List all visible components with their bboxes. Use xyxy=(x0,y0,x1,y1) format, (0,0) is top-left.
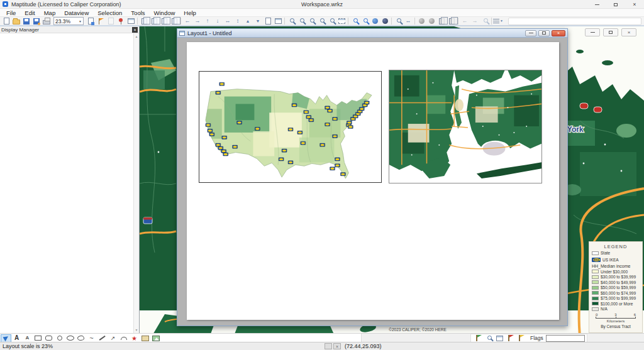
zoom-tool-1-icon[interactable] xyxy=(286,17,296,26)
send-to-back-icon[interactable]: ▼ xyxy=(253,17,263,26)
class-swatch xyxy=(592,270,599,273)
undo-icon[interactable]: ← xyxy=(460,17,470,26)
open-folder-icon[interactable] xyxy=(11,17,21,26)
legend-frame-tool-icon[interactable] xyxy=(140,334,150,342)
select-region-icon[interactable] xyxy=(416,17,426,26)
map-close-icon[interactable]: × xyxy=(621,28,636,36)
map-restore-icon[interactable] xyxy=(603,28,618,36)
zoom-marquee-icon[interactable] xyxy=(336,17,347,26)
menu-help[interactable]: Help xyxy=(179,9,201,16)
nyc-map-frame[interactable] xyxy=(389,70,542,183)
squiggle-tool-icon[interactable]: ~ xyxy=(86,334,97,342)
rounded-rectangle-tool-icon[interactable] xyxy=(43,334,54,342)
north-arrow-tool-icon[interactable]: ★ xyxy=(129,334,140,342)
scroll-up-icon[interactable]: ▲ xyxy=(135,33,138,40)
new-document-icon[interactable] xyxy=(1,17,11,26)
drawing-toolbar: A A ~ ↗ ★ Flags xyxy=(0,333,644,342)
grid-toggle-icon[interactable] xyxy=(325,343,332,349)
find-flag-icon[interactable] xyxy=(484,334,494,342)
layout-title-bar[interactable]: Layout1 - Untitled × xyxy=(177,29,567,38)
align-bottom-icon[interactable]: ↓ xyxy=(213,17,223,26)
circle-tool-icon[interactable] xyxy=(54,334,65,342)
layers-icon[interactable] xyxy=(169,17,179,26)
previous-extent-icon[interactable] xyxy=(380,17,390,26)
lock-icon[interactable] xyxy=(436,17,447,26)
panel-close-icon[interactable]: × xyxy=(132,27,138,33)
pointer-tool-icon[interactable] xyxy=(1,334,11,342)
insert-image-tool-icon[interactable] xyxy=(150,334,161,342)
menu-map[interactable]: Map xyxy=(40,9,60,16)
select-radius-icon[interactable] xyxy=(426,17,436,26)
class-label: N/A xyxy=(601,307,608,311)
zoom-tool-4-icon[interactable] xyxy=(316,17,326,26)
zoom-in-icon[interactable] xyxy=(350,17,360,26)
curve-tool-icon[interactable] xyxy=(118,334,129,342)
menu-file[interactable]: File xyxy=(2,9,20,16)
layout-window-title: Layout1 - Untitled xyxy=(187,30,523,36)
pan-icon[interactable] xyxy=(370,17,380,26)
zoom-tool-5-icon[interactable] xyxy=(326,17,336,26)
goto-flag-icon[interactable] xyxy=(494,334,505,342)
menu-tools[interactable]: Tools xyxy=(126,9,149,16)
arrow-tool-icon[interactable]: ↗ xyxy=(108,334,118,342)
distribute-vertical-icon[interactable]: ↕ xyxy=(233,17,243,26)
add-flag-icon[interactable] xyxy=(473,334,484,342)
align-left-icon[interactable]: ← xyxy=(182,17,192,26)
scroll-down-icon[interactable]: ▼ xyxy=(135,327,138,333)
duplicate-icon[interactable] xyxy=(149,17,159,26)
measure-menu-icon[interactable]: ▼ xyxy=(493,17,503,26)
copy-icon[interactable] xyxy=(139,17,149,26)
layout-window: Layout1 - Untitled × xyxy=(177,28,568,326)
align-top-icon[interactable]: ↑ xyxy=(203,17,213,26)
save-workspace-icon[interactable] xyxy=(31,17,42,26)
zoom-tool-3-icon[interactable] xyxy=(306,17,316,26)
close-icon[interactable]: × xyxy=(625,0,644,9)
menu-edit[interactable]: Edit xyxy=(20,9,39,16)
maximize-icon[interactable] xyxy=(606,0,625,9)
layout-paper[interactable] xyxy=(187,42,559,320)
menu-dataview[interactable]: Dataview xyxy=(60,9,93,16)
save-icon[interactable] xyxy=(21,17,31,26)
menu-selection[interactable]: Selection xyxy=(93,9,126,16)
us-map-frame[interactable] xyxy=(199,71,382,183)
scale-tool-icon[interactable]: ↔ xyxy=(403,17,413,26)
clear-status-icon[interactable]: × xyxy=(333,343,341,349)
distribute-horizontal-icon[interactable]: ↔ xyxy=(223,17,233,26)
align-right-icon[interactable]: → xyxy=(192,17,203,26)
pointer-info-icon[interactable] xyxy=(393,17,403,26)
layout-minimize-icon[interactable] xyxy=(525,30,536,36)
freeform-tool-icon[interactable] xyxy=(75,334,86,342)
print-icon[interactable] xyxy=(42,17,52,26)
refresh-icon[interactable] xyxy=(480,17,490,26)
clear-flags-icon[interactable] xyxy=(516,334,526,342)
text-tool-icon[interactable]: A xyxy=(11,334,22,342)
paste-icon[interactable] xyxy=(159,17,169,26)
map-minimize-icon[interactable] xyxy=(585,28,600,36)
rectangle-tool-icon[interactable] xyxy=(33,334,43,342)
map-attribution: ©2023 CALIPER; ©2020 HERE xyxy=(342,327,493,332)
zoom-tool-2-icon[interactable] xyxy=(296,17,306,26)
layout-restore-icon[interactable] xyxy=(538,30,550,36)
text-small-tool-icon[interactable]: A xyxy=(22,334,33,342)
main-toolbar: 23.3% ▼ ← → ↑ ↓ ↔ ↕ ▲ ▼ ↔ ← → ▼ xyxy=(0,17,644,26)
redo-icon[interactable]: → xyxy=(470,17,480,26)
layout-zoom-select[interactable]: 23.3% ▼ xyxy=(53,17,84,25)
drop-pin-icon[interactable] xyxy=(116,17,126,26)
panel-scrollbar[interactable]: ▲ ▼ xyxy=(133,33,139,333)
zoom-out-icon[interactable] xyxy=(360,17,370,26)
delete-flag-icon[interactable] xyxy=(505,334,516,342)
bring-to-front-icon[interactable]: ▲ xyxy=(243,17,253,26)
page-landscape-icon[interactable] xyxy=(273,17,283,26)
bookmark-flag-icon[interactable] xyxy=(96,17,106,26)
us-map-svg xyxy=(199,72,381,182)
new-dataview-icon[interactable] xyxy=(126,17,136,26)
line-tool-icon[interactable] xyxy=(97,334,108,342)
layout-close-icon[interactable]: × xyxy=(552,30,565,36)
map-wizard-icon[interactable] xyxy=(86,17,96,26)
ellipse-tool-icon[interactable] xyxy=(65,334,75,342)
menu-window[interactable]: Window xyxy=(150,9,180,16)
page-portrait-icon[interactable] xyxy=(263,17,273,26)
flags-input[interactable] xyxy=(546,335,585,342)
minimize-icon[interactable] xyxy=(587,0,606,9)
unlock-icon[interactable] xyxy=(447,17,457,26)
